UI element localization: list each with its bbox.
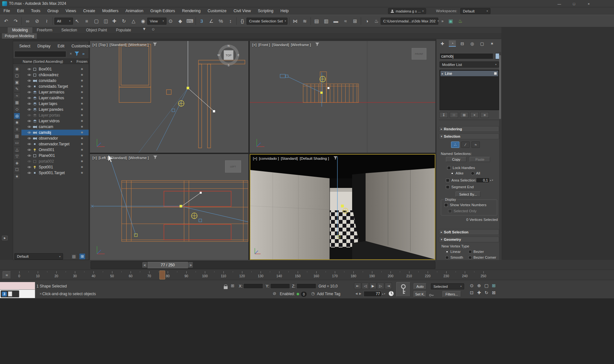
set-key-mode-button[interactable]: Set K. <box>414 291 426 297</box>
filter-helpers-icon[interactable]: ◇ <box>14 106 20 112</box>
visibility-eye-icon[interactable] <box>27 68 33 71</box>
rollout-soft-selection[interactable]: ▸Soft Selection <box>439 229 499 235</box>
panel-scrollbar[interactable] <box>499 52 501 260</box>
menu-animation[interactable]: Animation <box>122 7 147 15</box>
scrollbar-thumb[interactable] <box>499 55 501 119</box>
menu-graph-editors[interactable]: Graph Editors <box>147 7 179 15</box>
viewcube[interactable]: FRONT <box>412 48 426 60</box>
y-coordinate-field[interactable] <box>270 283 290 289</box>
frozen-toggle-icon[interactable]: ✱ <box>75 79 89 82</box>
viewport-menu-segment-0[interactable]: [+] <box>253 157 257 160</box>
play-icon[interactable]: ▶ <box>369 283 376 289</box>
close-button[interactable]: × <box>581 0 596 7</box>
window-crossing-toggle-icon[interactable]: ◫ <box>102 17 110 25</box>
column-header-name[interactable]: Name (Sorted Ascending) <box>23 60 63 63</box>
selection-lock-toggle-icon[interactable] <box>224 286 228 289</box>
rectangular-selection-region-icon[interactable]: ▢ <box>92 17 101 25</box>
alike-radio[interactable] <box>450 172 454 175</box>
visibility-eye-icon[interactable] <box>27 166 33 169</box>
select-and-place-icon[interactable]: ◉ <box>139 17 147 25</box>
explorer-row-observador[interactable]: observador✱ <box>21 135 89 141</box>
bind-to-space-warp-icon[interactable]: ≀ <box>43 17 51 25</box>
align-icon[interactable]: ≋ <box>301 17 309 25</box>
visibility-eye-icon[interactable] <box>27 137 33 140</box>
taskbar-thumbnail[interactable]: 3 <box>1 290 19 297</box>
sign-in-widget[interactable]: madalena g s ... ▾ <box>388 8 426 14</box>
pin-stack-icon[interactable]: ↧ <box>440 112 448 118</box>
ribbon-toggle-icon[interactable]: ▬ <box>332 17 340 25</box>
project-folder-combo[interactable]: C:\Users\madal...s\3ds Max 202▾ <box>381 18 438 25</box>
current-frame-field[interactable] <box>364 291 382 297</box>
frozen-toggle-icon[interactable]: ✱ <box>75 142 89 146</box>
viewport-menu-segment-2[interactable]: [Standard] <box>281 157 298 160</box>
schematic-view-icon[interactable]: ⊞ <box>351 17 359 25</box>
viewport-menu-segment-0[interactable]: [+] <box>252 43 256 47</box>
frame-back-icon[interactable]: ◀ <box>355 292 358 295</box>
filter-containers-icon[interactable]: ◈ <box>14 160 20 166</box>
angle-snap-icon[interactable]: ∠ <box>207 17 215 25</box>
select-and-scale-icon[interactable]: △ <box>129 17 138 25</box>
ribbon-tab-freeform[interactable]: Freeform <box>32 27 57 33</box>
viewport-menu-segment-3[interactable]: [Wireframe ] <box>129 156 149 160</box>
visibility-eye-icon[interactable] <box>27 142 33 146</box>
explorer-search-input[interactable] <box>14 51 66 57</box>
explorer-preset-combo[interactable]: Default▾ <box>14 253 63 260</box>
explorer-row-layer-vidros[interactable]: Layer:vidros✱ <box>21 118 89 124</box>
visibility-eye-icon[interactable] <box>27 131 33 134</box>
toggle-layer-explorer-icon[interactable]: ▥ <box>322 17 330 25</box>
create-selection-set-combo[interactable]: Create Selection Set▾ <box>246 18 287 25</box>
macro-recorder-pane[interactable] <box>0 282 35 290</box>
menu-help[interactable]: Help <box>277 7 292 15</box>
add-time-tag[interactable]: Add Time Tag <box>317 292 340 296</box>
explorer-row-layer-lajes[interactable]: Layer:lajes✱ <box>21 101 89 107</box>
isolate-selection-icon[interactable]: ⊘ <box>273 291 276 296</box>
viewport-top[interactable]: [+][Top ][Standard][Wireframe ] <box>90 41 248 153</box>
go-to-end-icon[interactable]: ⇥ <box>385 283 392 289</box>
redo-icon[interactable]: ↷ <box>12 17 20 25</box>
menu-civil-view[interactable]: Civil View <box>230 7 254 15</box>
selected-only-checkbox[interactable] <box>448 209 452 213</box>
viewport-menu-segment-1[interactable]: [Top ] <box>99 43 108 47</box>
percent-snap-icon[interactable]: % <box>217 17 225 25</box>
zoom-region-icon[interactable]: ⊡ <box>468 289 475 296</box>
frozen-toggle-icon[interactable]: ✱ <box>75 148 89 151</box>
visibility-eye-icon[interactable] <box>27 91 33 94</box>
viewport-front[interactable]: [+][Front ][Standard][Wireframe ] <box>250 41 435 153</box>
frozen-toggle-icon[interactable]: ✱ <box>75 85 89 88</box>
enabled-indicator[interactable] <box>296 293 299 295</box>
filter-frozen-icon[interactable]: ☐ <box>14 166 20 173</box>
mirror-icon[interactable]: ⋈ <box>291 17 299 25</box>
filter-up-icon[interactable]: △ <box>14 146 20 153</box>
track-bar[interactable]: ≈ 01020304050607080901001101201301401501… <box>0 270 614 280</box>
frozen-toggle-icon[interactable]: ✱ <box>75 102 89 105</box>
explorer-menu-edit[interactable]: Edit <box>54 43 68 50</box>
bezier-radio[interactable] <box>468 250 472 254</box>
frozen-toggle-icon[interactable]: ✱ <box>75 125 89 128</box>
select-object-icon[interactable]: ↖ <box>73 17 81 25</box>
explorer-menu-display[interactable]: Display <box>34 43 54 50</box>
zoom-icon[interactable]: ⊙ <box>468 282 475 289</box>
menu-edit[interactable]: Edit <box>13 7 28 15</box>
viewport-menu-segment-2[interactable]: [Standard] <box>109 43 126 47</box>
material-editor-icon[interactable]: ◑ <box>363 17 371 25</box>
explorer-row-spot001[interactable]: Spot001✱ <box>21 164 89 170</box>
edit-named-selection-sets-icon[interactable]: {} <box>238 17 246 25</box>
filter-grid-icon[interactable]: ▦ <box>14 99 20 106</box>
toggle-scene-explorer-icon[interactable]: ▤ <box>312 17 321 25</box>
viewport-menu-segment-2[interactable]: [Standard] <box>110 156 127 160</box>
keyboard-shortcut-override-icon[interactable]: ⌨ <box>186 17 194 25</box>
zoom-all-icon[interactable]: ⊕ <box>475 282 483 289</box>
visibility-eye-icon[interactable] <box>27 171 33 174</box>
explorer-row-convidado[interactable]: convidado✱ <box>21 78 89 84</box>
visibility-eye-icon[interactable] <box>27 96 33 100</box>
reference-coordinate-combo[interactable]: View▾ <box>147 18 166 25</box>
select-by-name-icon[interactable]: ≡ <box>83 17 91 25</box>
rollout-selection[interactable]: ▾Selection <box>439 133 499 139</box>
timeline-ruler[interactable]: 0102030405060708090100110120130140150160… <box>0 270 614 280</box>
time-slider-thumb[interactable]: 77 / 250 <box>148 262 188 268</box>
key-filters-icon[interactable] <box>429 292 434 298</box>
undo-icon[interactable]: ↶ <box>2 17 10 25</box>
explorer-row-layer-caixilhos[interactable]: Layer:caixilhos✱ <box>21 95 89 101</box>
visibility-eye-icon[interactable] <box>27 108 33 111</box>
frozen-toggle-icon[interactable]: ✱ <box>75 91 89 94</box>
